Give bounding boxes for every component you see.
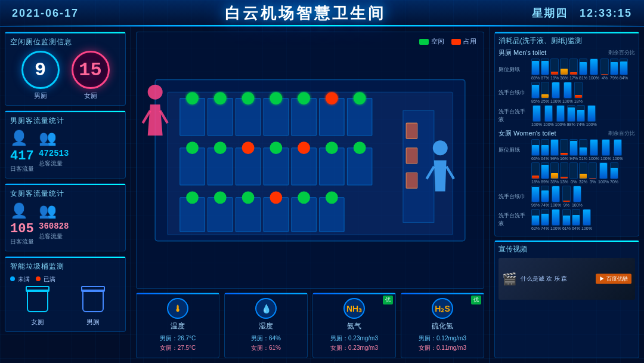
supply-pct-label: 100% <box>589 156 599 161</box>
supply-bar-fill <box>541 165 549 179</box>
trash-legend-full: 已满 <box>36 275 55 284</box>
male-daily-item: 👤 417 日客流量 <box>10 130 34 173</box>
supply-item: 79% <box>610 59 618 80</box>
supply-pct-label: 70% <box>610 180 618 184</box>
supply-item: 35% <box>550 162 559 184</box>
sensor-female-value: 女厕：0.23mg/m3 <box>330 343 378 353</box>
full-dot <box>36 276 41 281</box>
supply-pct-label: 4% <box>602 76 608 80</box>
male-supply-label: 男厕 Men's toilet 剩余百分比 <box>499 48 635 57</box>
supply-bar-fill <box>532 85 539 98</box>
supply-bar-wrap <box>573 186 581 202</box>
female-total-value: 360828 <box>39 222 69 231</box>
svg-point-24 <box>214 141 227 154</box>
male-flow-title: 男厕客流量统计 <box>10 116 120 126</box>
supply-item: 88% <box>567 105 575 127</box>
supply-item: 18% <box>531 162 540 184</box>
supply-bar-fill <box>532 216 539 225</box>
supply-pct-label: 85% <box>531 99 540 103</box>
male-total-item: 👥 472513 总客流量 <box>39 130 69 173</box>
trash-legend-empty: 未满 <box>10 275 30 284</box>
supply-pct-label: 17% <box>569 76 578 80</box>
promo-video-area[interactable]: 🎬 什么是诚 欢 乐 森 ▶ 百度优酷 <box>499 258 635 300</box>
promo-play-button[interactable]: ▶ 百度优酷 <box>596 274 631 284</box>
supply-item: 4% <box>600 59 609 80</box>
supply-bar-fill <box>590 140 597 155</box>
supply-pct-label: 100% <box>598 180 609 184</box>
supply-item: 74% <box>541 186 549 207</box>
svg-point-9 <box>186 92 199 104</box>
svg-point-15 <box>354 92 366 104</box>
sensor-badge: 优 <box>383 296 393 304</box>
supply-pct-label: 100% <box>550 226 561 230</box>
supply-bar-fill <box>564 82 571 98</box>
supply-bar-fill <box>601 74 608 75</box>
supply-item: 99% <box>550 139 559 161</box>
female-toilet-paper-row2: 18%89%35%13%0%32%3%100%70% <box>499 162 635 184</box>
female-toilet-paper-items2: 18%89%35%13%0%32%3%100%70% <box>531 162 618 184</box>
header-right: 星期四 12:33:15 <box>532 6 632 20</box>
supply-bar-fill <box>588 106 595 121</box>
female-hand-towel-label: 洗手台纸巾 <box>499 193 530 201</box>
svg-rect-45 <box>406 173 417 188</box>
supply-pct-label: 74% <box>541 203 549 207</box>
sensor-values: 男厕：0.12mg/m3女厕：0.11mg/m3 <box>419 334 466 353</box>
supply-pct-label: 13% <box>560 180 568 184</box>
supply-bar-fill <box>533 106 540 121</box>
female-trash-item: 女厕 <box>24 286 51 327</box>
supply-bar-fill <box>611 168 618 179</box>
supply-pct-label: 66% <box>531 156 540 161</box>
supply-bar-wrap <box>579 59 587 75</box>
supply-monitoring-section: 消耗品(洗手液、厕纸)监测 男厕 Men's toilet 剩余百分比 厕位厕纸… <box>494 32 639 236</box>
svg-point-12 <box>270 92 282 104</box>
female-stall-count: 15 <box>72 51 110 89</box>
supply-bar-fill <box>541 190 549 202</box>
supply-bar-wrap <box>541 82 549 99</box>
main-layout: 空闲厕位监测信息 9 男厕 15 女厕 男厕客流量统计 👤 417 日客流量 <box>0 27 644 363</box>
promo-play-icon: 🎬 <box>502 272 517 286</box>
svg-rect-44 <box>406 148 417 164</box>
supply-bar-fill <box>532 61 539 75</box>
supply-pct-label: 100% <box>531 122 542 127</box>
supply-bar-wrap <box>552 209 560 226</box>
supply-bar-wrap <box>560 139 568 156</box>
supply-item: 100% <box>550 186 561 207</box>
supply-pct-label: 84% <box>620 76 628 80</box>
supply-pct-label: 99% <box>550 156 559 161</box>
male-stall-label: 男厕 <box>34 91 47 100</box>
supply-bar-wrap <box>583 209 591 226</box>
supply-item: 9% <box>562 186 571 207</box>
supply-item: 100% <box>543 105 554 127</box>
supply-bar-wrap <box>562 186 571 202</box>
supply-pct-label: 18% <box>574 99 583 103</box>
right-panel: 消耗品(洗手液、厕纸)监测 男厕 Men's toilet 剩余百分比 厕位厕纸… <box>489 27 644 363</box>
supply-bar-wrap <box>560 59 568 75</box>
supply-bar-fill <box>552 210 559 225</box>
supply-pct-label: 0% <box>571 180 577 184</box>
supply-bar-wrap <box>590 59 598 75</box>
sensor-icon: NH₃ <box>343 298 365 319</box>
supply-bar-fill <box>611 62 618 75</box>
supply-monitoring-title: 消耗品(洗手液、厕纸)监测 <box>499 36 635 46</box>
supply-item: 17% <box>569 59 578 80</box>
header-date: 2021-06-17 <box>12 7 79 20</box>
supply-item: 100% <box>555 105 566 127</box>
female-flow-section: 女厕客流量统计 👤 105 日客流量 👥 360828 总客流量 <box>5 183 126 251</box>
supply-bar-fill <box>551 72 558 75</box>
supply-pct-label: 79% <box>610 76 618 80</box>
stall-monitoring-section: 空闲厕位监测信息 9 男厕 15 女厕 <box>5 32 126 106</box>
supply-pct-label: 100% <box>612 156 623 161</box>
supply-item: 66% <box>531 139 540 161</box>
supply-item: 74% <box>541 209 549 230</box>
supply-item: 89% <box>541 162 549 184</box>
sensor-female-value: 女厕：27.5°C <box>160 343 196 353</box>
svg-point-26 <box>270 141 282 154</box>
male-flow-row: 👤 417 日客流量 👥 472513 总客流量 <box>10 130 120 173</box>
svg-point-38 <box>242 191 255 204</box>
svg-point-28 <box>326 141 338 154</box>
supply-bar-wrap <box>531 209 540 226</box>
left-panel: 空闲厕位监测信息 9 男厕 15 女厕 男厕客流量统计 👤 417 日客流量 <box>0 27 131 363</box>
supply-bar-fill <box>600 163 607 179</box>
supply-bar-wrap <box>610 59 618 75</box>
supply-bar-fill <box>620 61 627 75</box>
